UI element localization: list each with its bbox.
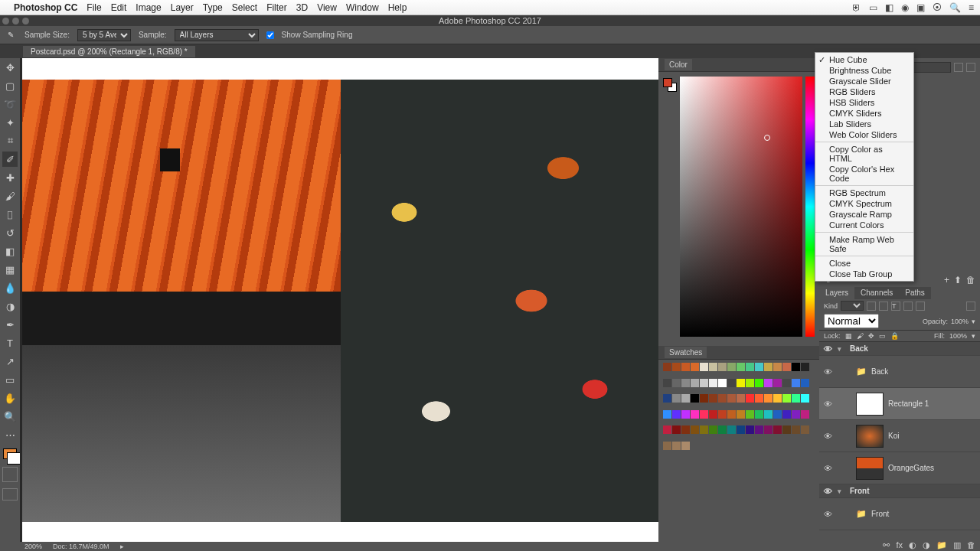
- lasso-tool-icon[interactable]: ➰: [2, 96, 18, 112]
- visibility-icon[interactable]: 👁: [822, 367, 833, 377]
- blur-tool-icon[interactable]: 💧: [2, 280, 18, 295]
- swatch[interactable]: [691, 363, 699, 371]
- library-view-grid-icon[interactable]: [954, 63, 963, 72]
- menu-item[interactable]: Grayscale Slider: [815, 76, 913, 86]
- menu-item[interactable]: Grayscale Ramp: [815, 209, 913, 220]
- new-layer-icon[interactable]: ▥: [953, 540, 961, 550]
- swatch[interactable]: [801, 394, 809, 403]
- color-swatch-toggle[interactable]: [3, 448, 17, 459]
- layer-koi[interactable]: 👁Koi: [819, 420, 980, 452]
- swatch[interactable]: [700, 410, 708, 419]
- status-menu-icon[interactable]: ≡: [969, 2, 974, 13]
- status-search-icon[interactable]: 🔍: [949, 2, 961, 13]
- path-tool-icon[interactable]: ↗: [2, 354, 18, 369]
- menu-edit[interactable]: Edit: [111, 2, 127, 13]
- fill-arrow-icon[interactable]: ▾: [972, 332, 975, 340]
- swatch[interactable]: [764, 394, 773, 403]
- swatch[interactable]: [718, 425, 727, 434]
- swatch[interactable]: [681, 410, 690, 419]
- layer-thumbnail[interactable]: [856, 425, 884, 448]
- menu-filter[interactable]: Filter: [266, 2, 287, 13]
- swatch[interactable]: [782, 425, 791, 434]
- canvas-area[interactable]: 200% Doc: 16.7M/49.0M ▸: [20, 58, 658, 551]
- lock-nest-icon[interactable]: ▭: [879, 332, 886, 340]
- swatch[interactable]: [718, 394, 727, 403]
- swatch[interactable]: [663, 410, 671, 419]
- status-display-icon[interactable]: ▭: [869, 2, 877, 13]
- menu-image[interactable]: Image: [136, 2, 161, 13]
- shape-tool-icon[interactable]: ▭: [2, 372, 18, 387]
- filter-smart-icon[interactable]: [916, 302, 925, 311]
- visibility-icon[interactable]: 👁: [822, 344, 833, 354]
- status-arrow-icon[interactable]: ▸: [120, 543, 124, 550]
- filter-adjust-icon[interactable]: [879, 302, 888, 311]
- layer-back[interactable]: 👁📁Back: [819, 356, 980, 388]
- history-brush-icon[interactable]: ↺: [2, 225, 18, 240]
- swatch[interactable]: [737, 363, 745, 371]
- status-shield-icon[interactable]: ⛨: [852, 2, 861, 13]
- filter-toggle-icon[interactable]: [966, 302, 975, 311]
- swatch[interactable]: [792, 425, 800, 434]
- swatch[interactable]: [672, 425, 681, 434]
- adjustment-icon[interactable]: ◑: [923, 540, 930, 550]
- link-layers-icon[interactable]: ⚯: [883, 540, 890, 550]
- swatch[interactable]: [773, 425, 782, 434]
- layer-orangegates[interactable]: 👁OrangeGates: [819, 452, 980, 484]
- layer-group-front[interactable]: 👁▾Front: [819, 484, 980, 498]
- library-trash-icon[interactable]: 🗑: [966, 275, 975, 285]
- swatch[interactable]: [727, 425, 736, 434]
- swatch[interactable]: [672, 363, 681, 371]
- opacity-arrow-icon[interactable]: ▾: [972, 318, 975, 325]
- fg-bg-swatch[interactable]: [663, 78, 677, 92]
- swatch[interactable]: [672, 442, 681, 450]
- swatch[interactable]: [801, 410, 809, 419]
- swatch[interactable]: [691, 379, 699, 387]
- fill-value[interactable]: 100%: [949, 332, 967, 340]
- menu-item[interactable]: RGB Spectrum: [815, 187, 913, 198]
- swatch[interactable]: [672, 394, 681, 403]
- lock-trans-icon[interactable]: ▦: [845, 332, 852, 340]
- swatch[interactable]: [718, 379, 727, 387]
- menu-3d[interactable]: 3D: [296, 2, 308, 13]
- swatch[interactable]: [792, 379, 800, 387]
- lock-pos-icon[interactable]: ✥: [868, 332, 874, 340]
- swatch[interactable]: [681, 442, 690, 450]
- library-add-icon[interactable]: +: [944, 275, 949, 285]
- swatch[interactable]: [773, 410, 782, 419]
- zoom-tool-icon[interactable]: 🔍: [2, 409, 18, 424]
- opacity-value[interactable]: 100%: [951, 318, 969, 325]
- menu-item[interactable]: HSB Sliders: [815, 97, 913, 108]
- fx-icon[interactable]: fx: [896, 540, 903, 549]
- library-view-list-icon[interactable]: [966, 63, 975, 72]
- pen-tool-icon[interactable]: ✒: [2, 317, 18, 332]
- screenmode-icon[interactable]: [2, 488, 18, 500]
- eyedropper-tool-icon[interactable]: ✐: [2, 152, 18, 167]
- swatch[interactable]: [663, 363, 671, 371]
- menu-item[interactable]: CMYK Sliders: [815, 108, 913, 119]
- menu-window[interactable]: Window: [346, 2, 379, 13]
- swatch[interactable]: [737, 425, 745, 434]
- swatch[interactable]: [672, 410, 681, 419]
- swatch[interactable]: [764, 425, 773, 434]
- more-tools-icon[interactable]: ⋯: [2, 427, 18, 442]
- swatches-tab[interactable]: Swatches: [665, 347, 707, 358]
- menu-item[interactable]: CMYK Spectrum: [815, 198, 913, 209]
- move-tool-icon[interactable]: ✥: [2, 60, 18, 75]
- lock-all-icon[interactable]: 🔒: [890, 332, 899, 340]
- swatch[interactable]: [746, 379, 754, 387]
- visibility-icon[interactable]: 👁: [822, 399, 833, 409]
- menu-help[interactable]: Help: [388, 2, 407, 13]
- swatch[interactable]: [709, 394, 717, 403]
- swatch[interactable]: [755, 394, 763, 403]
- swatch[interactable]: [700, 394, 708, 403]
- swatch[interactable]: [755, 410, 763, 419]
- swatch[interactable]: [801, 363, 809, 371]
- swatch[interactable]: [764, 363, 773, 371]
- mask-icon[interactable]: ◐: [909, 540, 916, 550]
- swatch[interactable]: [773, 363, 782, 371]
- swatch[interactable]: [746, 394, 754, 403]
- swatch[interactable]: [792, 394, 800, 403]
- menu-item[interactable]: RGB Sliders: [815, 86, 913, 97]
- swatch[interactable]: [672, 379, 681, 387]
- type-tool-icon[interactable]: T: [2, 335, 18, 350]
